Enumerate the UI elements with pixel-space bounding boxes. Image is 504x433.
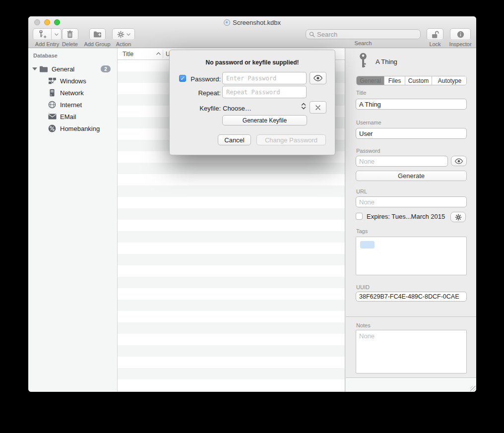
tag-chip[interactable] xyxy=(360,241,375,248)
table-row xyxy=(118,311,345,322)
table-row xyxy=(118,300,345,311)
change-password-button[interactable]: Change Password xyxy=(256,134,326,145)
eye-icon xyxy=(454,158,463,164)
server-icon xyxy=(49,89,55,97)
keyfile-stepper[interactable] xyxy=(301,102,306,110)
search-input[interactable] xyxy=(317,31,417,38)
table-row xyxy=(118,277,345,288)
generate-label: Generate xyxy=(398,172,425,180)
lock-group: Lock xyxy=(424,28,446,47)
dialog-repeat-input[interactable] xyxy=(222,86,307,98)
sidebar-item-homebanking[interactable]: Homebanking xyxy=(28,123,117,134)
sidebar-item-general[interactable]: General 2 xyxy=(28,63,117,74)
delete-button[interactable] xyxy=(62,28,78,40)
expires-label: Expires: Tues...March 2015 xyxy=(367,213,445,220)
tags-box[interactable] xyxy=(356,237,467,275)
password-field[interactable] xyxy=(356,156,448,167)
inspector-button[interactable] xyxy=(450,28,471,40)
table-row xyxy=(118,174,345,186)
sidebar-item-email[interactable]: EMail xyxy=(28,111,117,122)
screen: Screenshot.kdbx Add Entry Delete xyxy=(0,0,504,433)
window-title: Screenshot.kdbx xyxy=(233,19,281,26)
sidebar-item-network[interactable]: Network xyxy=(28,87,117,98)
table-row xyxy=(118,208,345,220)
dialog-password-input[interactable] xyxy=(222,72,307,84)
network-computers-icon xyxy=(48,77,57,84)
title-label: Title xyxy=(356,90,366,96)
key-icon xyxy=(359,53,368,69)
generate-keyfile-label: Generate Keyfile xyxy=(243,117,287,124)
table-row xyxy=(118,368,345,379)
action-label: Action xyxy=(116,41,131,47)
app-window: Screenshot.kdbx Add Entry Delete xyxy=(28,16,476,392)
delete-label: Delete xyxy=(62,41,78,47)
table-row xyxy=(118,220,345,231)
dialog-message: No password or keyfile supplied! xyxy=(170,59,335,66)
dialog-repeat-label: Repeat: xyxy=(170,89,221,97)
table-row xyxy=(118,254,345,265)
table-row xyxy=(118,379,345,391)
title-field[interactable] xyxy=(356,99,467,110)
action-group: Action xyxy=(109,28,138,47)
tab-custom[interactable]: Custom xyxy=(405,76,432,85)
tab-general[interactable]: General xyxy=(357,76,384,85)
expires-checkbox[interactable] xyxy=(356,213,363,220)
url-field[interactable] xyxy=(356,196,467,207)
chevron-down-icon xyxy=(126,33,130,36)
search-label: Search xyxy=(355,40,372,46)
up-down-chevrons-icon xyxy=(301,102,306,110)
sidebar-item-internet[interactable]: Internet xyxy=(28,99,117,110)
notes-field[interactable] xyxy=(356,330,467,373)
inspector-label: Inspector xyxy=(449,41,471,47)
table-row xyxy=(118,231,345,243)
add-entry-button[interactable] xyxy=(33,28,62,40)
column-header-title[interactable]: Title xyxy=(123,51,133,58)
sidebar-item-label: EMail xyxy=(60,113,76,121)
folder-plus-icon xyxy=(93,31,102,38)
window-header: Screenshot.kdbx Add Entry Delete xyxy=(28,16,476,48)
chevron-down-icon xyxy=(55,33,59,36)
add-group-label: Add Group xyxy=(84,41,110,47)
sidebar-item-label: Internet xyxy=(60,101,82,109)
add-group-group: Add Group xyxy=(82,28,113,47)
trash-icon xyxy=(66,30,73,38)
sidebar-header: Database xyxy=(33,53,58,59)
change-password-dialog: No password or keyfile supplied! ✓ Passw… xyxy=(169,50,335,155)
inspector-footer xyxy=(346,377,476,392)
cancel-label: Cancel xyxy=(224,136,244,144)
search-field[interactable] xyxy=(306,29,421,39)
gear-icon xyxy=(455,214,462,221)
table-row xyxy=(118,197,345,208)
generate-keyfile-button[interactable]: Generate Keyfile xyxy=(222,115,307,125)
clear-keyfile-button[interactable] xyxy=(310,101,326,114)
dialog-show-password-button[interactable] xyxy=(310,72,326,84)
show-password-button[interactable] xyxy=(451,156,467,166)
keyfile-popup-button[interactable]: Choose… xyxy=(223,105,252,112)
expires-settings-button[interactable] xyxy=(450,212,466,222)
tags-label: Tags xyxy=(356,228,368,234)
sidebar-item-windows[interactable]: Windows xyxy=(28,75,117,86)
generate-button[interactable]: Generate xyxy=(356,171,467,181)
close-x-icon xyxy=(315,105,321,111)
inspector-divider xyxy=(346,316,476,317)
inspector-tabs: General Files Custom Autotype xyxy=(356,76,467,85)
table-row xyxy=(118,163,345,174)
lock-button[interactable] xyxy=(427,28,443,40)
column-divider[interactable] xyxy=(163,50,163,58)
inspector-group: Inspector xyxy=(446,28,474,47)
action-button[interactable] xyxy=(112,28,135,40)
username-field[interactable] xyxy=(356,128,467,139)
disclosure-triangle-icon[interactable] xyxy=(32,67,37,70)
table-row xyxy=(118,322,345,334)
tab-autotype[interactable]: Autotype xyxy=(432,76,467,85)
sidebar-item-label: Windows xyxy=(60,77,86,85)
add-group-button[interactable] xyxy=(89,28,106,40)
resize-grip[interactable] xyxy=(470,386,476,391)
table-row xyxy=(118,345,345,357)
cancel-button[interactable]: Cancel xyxy=(218,134,251,145)
tab-files[interactable]: Files xyxy=(384,76,405,85)
uuid-field[interactable] xyxy=(356,292,467,302)
sidebar-item-label: General xyxy=(52,65,74,73)
sort-ascending-icon xyxy=(156,52,161,55)
dialog-keyfile-label: Keyfile: xyxy=(170,105,221,112)
